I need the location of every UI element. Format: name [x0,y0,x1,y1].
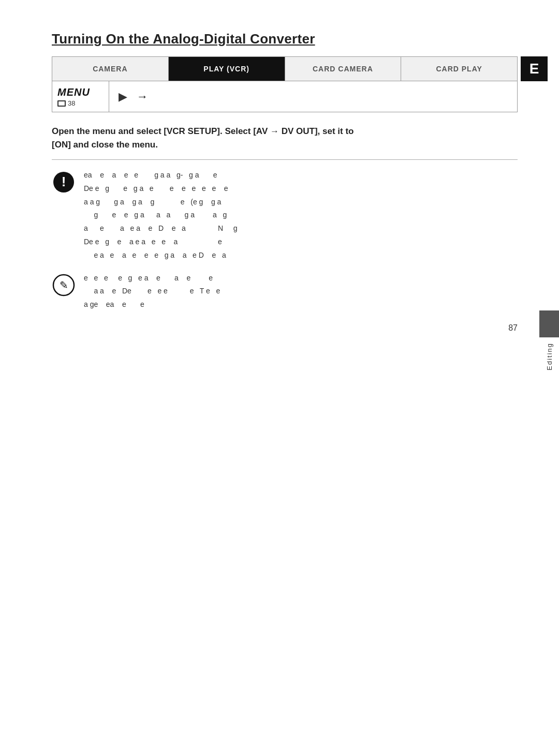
info-note: ✎ e e e e g e a e a e e a a e De e e e e… [52,272,518,312]
arrow-next-icon: → [137,90,148,103]
page-number: 87 [508,323,518,333]
menu-label-block: MENU 38 [52,81,109,112]
warning-note-text: ea e a e e g a a g- g a e De e g e g a e… [84,169,518,263]
tab-card-camera[interactable]: CARD CAMERA [285,57,402,81]
svg-text:!: ! [62,174,66,189]
instruction-line2: [ON] and close the menu. [52,138,518,152]
warning-note: ! ea e a e e g a a g- g a e De e g e g a… [52,169,518,263]
instruction-line1: Open the menu and select [VCR SETUP]. Se… [52,125,518,138]
tab-play-vcr[interactable]: PLAY (VCR) [169,57,285,81]
editing-label: Editing [546,343,553,370]
notes-section: ! ea e a e e g a a g- g a e De e g e g a… [52,169,518,312]
menu-word: MENU [57,86,104,98]
tab-card-play[interactable]: CARD PLAY [401,57,517,81]
section-divider [52,159,518,160]
svg-text:✎: ✎ [60,279,68,291]
arrow-right-icon: ▶ [119,90,127,103]
tab-bar: CAMERA PLAY (VCR) CARD CAMERA CARD PLAY [52,56,518,81]
menu-row: MENU 38 ▶ → [52,81,518,112]
editing-bar [539,310,559,337]
info-icon: ✎ [52,273,76,297]
e-badge: E [521,56,548,81]
tab-camera[interactable]: CAMERA [52,57,169,81]
menu-content: ▶ → [109,81,517,112]
editing-sidebar: Editing [539,310,559,370]
book-icon [57,100,66,107]
instruction-block: Open the menu and select [VCR SETUP]. Se… [52,125,518,151]
page-title: Turning On the Analog-Digital Converter [52,31,518,47]
menu-ref: 38 [57,99,104,107]
info-note-text: e e e e g e a e a e e a a e De e e e e T… [84,272,518,312]
warning-icon: ! [52,170,76,194]
